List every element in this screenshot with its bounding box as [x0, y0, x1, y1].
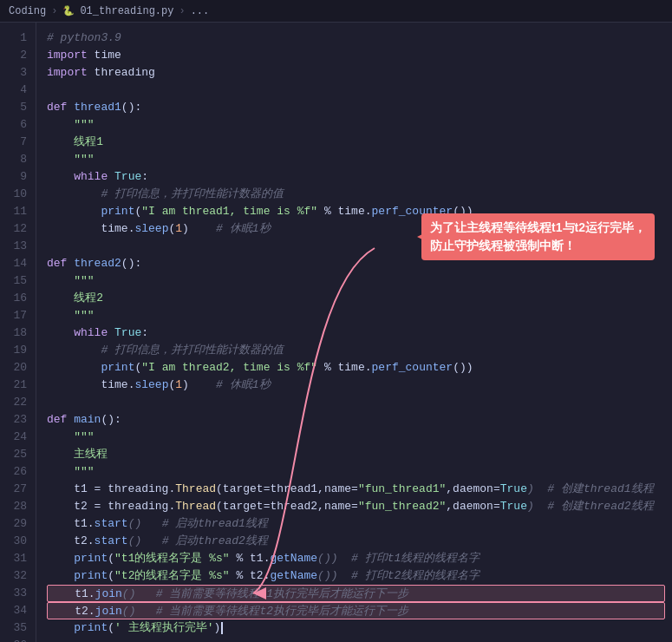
line-number-12: 12 — [0, 220, 36, 238]
line-number-35: 35 — [0, 619, 36, 637]
line-number-21: 21 — [0, 377, 36, 394]
token: time — [338, 205, 365, 218]
token — [47, 205, 101, 218]
token: (target= — [216, 500, 270, 513]
line-number-36: 36 — [0, 637, 36, 642]
line-number-31: 31 — [0, 550, 36, 567]
token — [108, 170, 114, 183]
token: start — [95, 517, 128, 530]
token: def — [47, 101, 67, 114]
token: main — [74, 413, 101, 426]
line-number-16: 16 — [0, 290, 36, 307]
token: def — [47, 257, 67, 270]
token: t1 = threading. — [47, 482, 175, 495]
code-line-31: print("t1的线程名字是 %s" % t1.getName()) # 打印… — [47, 550, 672, 567]
breadcrumb: Coding › 🐍 01_threading.py › ... — [0, 0, 672, 23]
token: True — [114, 326, 141, 339]
line-number-11: 11 — [0, 203, 36, 220]
code-line-29: t1.start() # 启动thread1线程 — [47, 515, 672, 533]
token: """ — [47, 465, 95, 478]
code-line-34: t2.join() # 当前需要等待线程t2执行完毕后才能运行下一步 — [47, 602, 665, 619]
token: sleep — [134, 222, 168, 235]
token — [47, 378, 101, 391]
token: while — [74, 326, 108, 339]
token: ( — [108, 569, 114, 582]
line-number-25: 25 — [0, 446, 36, 463]
line-number-15: 15 — [0, 272, 36, 290]
token: """ — [47, 430, 95, 443]
token: ,daemon= — [446, 482, 499, 495]
line-number-26: 26 — [0, 463, 36, 481]
token: getName — [270, 569, 317, 582]
code-line-16: 线程2 — [47, 290, 672, 307]
breadcrumb-coding[interactable]: Coding — [9, 5, 46, 17]
token: # python3.9 — [47, 31, 121, 44]
code-line-6: """ — [47, 116, 672, 134]
token — [47, 621, 74, 634]
token: threading — [88, 66, 155, 79]
token: """ — [47, 274, 95, 287]
code-line-28: t2 = threading.Thread(target=thread2,nam… — [47, 498, 672, 515]
token: time — [101, 378, 127, 391]
code-line-18: while True: — [47, 324, 672, 342]
code-line-35: print(' 主线程执行完毕') — [47, 619, 672, 637]
token: Thread — [175, 482, 216, 495]
code-editor: 1234567891011121314151617181920212223242… — [0, 23, 672, 642]
annotation-bubble: 为了让主线程等待线程t1与t2运行完毕， 防止守护线程被强制中断！ — [421, 213, 655, 260]
line-number-13: 13 — [0, 238, 36, 255]
token — [47, 361, 101, 374]
token: # 打印信息，并打印性能计数器的值 — [101, 344, 284, 357]
line-number-10: 10 — [0, 186, 36, 203]
line-number-5: 5 — [0, 99, 36, 116]
token: # 打印信息，并打印性能计数器的值 — [101, 187, 284, 200]
code-line-2: import time — [47, 47, 672, 64]
token: print — [74, 552, 108, 565]
line-number-14: 14 — [0, 255, 36, 272]
code-line-30: t2.start() # 启动thread2线程 — [47, 533, 672, 550]
token: "t2的线程名字是 %s" — [114, 569, 230, 582]
token: () # 启动thread2线程 — [128, 534, 268, 547]
token — [47, 344, 101, 357]
token: "I am thread2, time is %f" — [141, 361, 317, 374]
token: thread1 — [270, 482, 317, 495]
code-line-26: """ — [47, 463, 672, 481]
code-line-36 — [47, 637, 672, 642]
token: ) — [182, 378, 189, 391]
token: (): — [121, 257, 141, 270]
code-line-17: """ — [47, 307, 672, 324]
token: 主线程 — [47, 448, 108, 461]
token: getName — [270, 552, 317, 565]
line-number-23: 23 — [0, 411, 36, 429]
token: join — [95, 605, 122, 618]
breadcrumb-file-icon: 🐍 — [62, 5, 75, 16]
line-number-8: 8 — [0, 151, 36, 168]
token — [47, 170, 74, 183]
code-line-27: t1 = threading.Thread(target=thread1,nam… — [47, 481, 672, 498]
token: time — [338, 361, 365, 374]
line-number-33: 33 — [0, 585, 36, 602]
token: % t2. — [230, 569, 271, 582]
token: ,daemon= — [446, 500, 499, 513]
line-number-7: 7 — [0, 134, 36, 151]
token: True — [114, 170, 141, 183]
token: "fun_thread1" — [358, 482, 446, 495]
token: t2. — [48, 605, 95, 618]
code-line-1: # python3.9 — [47, 29, 672, 47]
code-content[interactable]: 为了让主线程等待线程t1与t2运行完毕， 防止守护线程被强制中断！ # pyth… — [36, 23, 672, 642]
token: ) — [213, 621, 220, 634]
token: import — [47, 49, 88, 62]
breadcrumb-filename[interactable]: 01_threading.py — [80, 5, 173, 17]
line-number-24: 24 — [0, 429, 36, 446]
line-number-2: 2 — [0, 47, 36, 64]
token: start — [95, 534, 128, 547]
token: ,name= — [317, 482, 358, 495]
line-numbers: 1234567891011121314151617181920212223242… — [0, 23, 36, 642]
code-line-9: while True: — [47, 168, 672, 186]
code-line-4 — [47, 82, 672, 99]
line-number-27: 27 — [0, 481, 36, 498]
token: def — [47, 413, 67, 426]
token: t2. — [47, 534, 95, 547]
token: . — [365, 205, 372, 218]
token: "t1的线程名字是 %s" — [114, 552, 230, 565]
line-number-20: 20 — [0, 359, 36, 377]
